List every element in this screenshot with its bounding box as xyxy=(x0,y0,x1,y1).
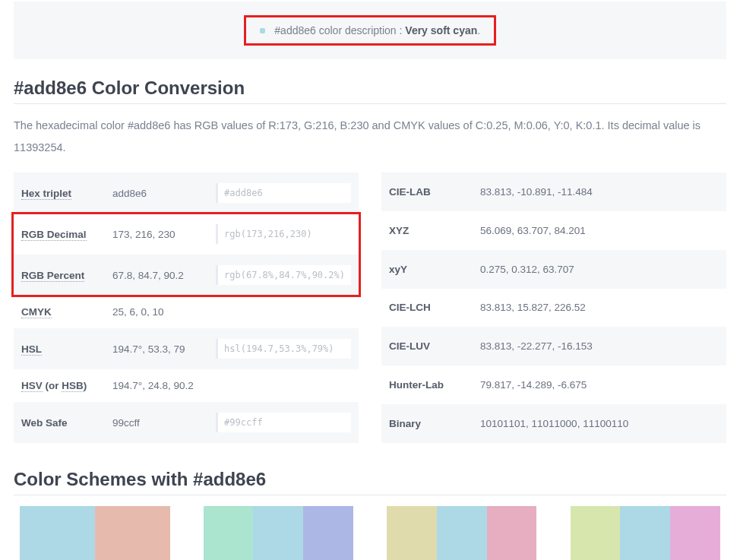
table-row: HSL194.7°, 53.3, 79hsl(194.7,53.3%,79%) xyxy=(14,328,359,369)
desc-suffix: . xyxy=(477,24,480,36)
conversion-intro: The hexadecimal color #add8e6 has RGB va… xyxy=(14,115,726,159)
row-code[interactable]: hsl(194.7,53.3%,79%) xyxy=(208,328,359,369)
row-value: 83.813, -10.891, -11.484 xyxy=(473,172,726,211)
color-schemes: Complementary ColorAnalogous ColorSplit … xyxy=(14,506,726,560)
row-value: 83.813, 15.827, 226.52 xyxy=(473,289,726,327)
row-label: RGB Decimal xyxy=(14,214,105,255)
table-row: Web Safe99ccff#99ccff xyxy=(14,402,359,443)
desc-prefix: #add8e6 color description : xyxy=(274,24,405,36)
conversion-heading: #add8e6 Color Conversion xyxy=(14,78,726,104)
swatch-row xyxy=(204,506,354,560)
conversion-table-right: CIE-LAB83.813, -10.891, -11.484XYZ56.069… xyxy=(381,172,726,443)
swatch-row xyxy=(20,506,170,560)
desc-color-name: Very soft cyan xyxy=(405,24,477,36)
table-row: CIE-LCH83.813, 15.827, 226.52 xyxy=(381,289,726,327)
row-label: Hex triplet xyxy=(14,172,105,214)
color-description-banner: #add8e6 color description : Very soft cy… xyxy=(14,2,726,59)
row-value: 99ccff xyxy=(105,402,208,443)
color-bullet-icon xyxy=(260,28,265,33)
table-row: Hex tripletadd8e6#add8e6 xyxy=(14,172,359,214)
color-description-text: #add8e6 color description : Very soft cy… xyxy=(274,24,480,36)
swatch-row xyxy=(387,506,537,560)
swatch-row xyxy=(571,506,721,560)
row-label: Hunter-Lab xyxy=(381,365,473,404)
color-swatch[interactable] xyxy=(670,506,720,560)
row-code[interactable]: rgb(67.8%,84.7%,90.2%) xyxy=(208,255,359,296)
row-value: 10101101, 11011000, 11100110 xyxy=(473,404,726,443)
row-label: CMYK xyxy=(14,296,105,328)
table-row: xyY0.275, 0.312, 63.707 xyxy=(381,250,726,289)
row-code[interactable]: #add8e6 xyxy=(208,172,359,214)
row-label: Binary xyxy=(381,404,473,443)
row-label: CIE-LAB xyxy=(381,172,473,211)
table-row: XYZ56.069, 63.707, 84.201 xyxy=(381,211,726,250)
color-swatch[interactable] xyxy=(20,506,95,560)
conversion-table-left: Hex tripletadd8e6#add8e6RGB Decimal173, … xyxy=(14,172,359,443)
row-label: XYZ xyxy=(381,211,473,250)
row-code[interactable] xyxy=(208,296,359,328)
row-label: Web Safe xyxy=(14,402,105,443)
row-label: RGB Percent xyxy=(14,255,105,296)
conversion-tables: Hex tripletadd8e6#add8e6RGB Decimal173, … xyxy=(14,172,726,443)
row-value: 83.813, -22.277, -16.153 xyxy=(473,327,726,365)
color-scheme: Triadic Color xyxy=(564,506,727,560)
color-scheme: Split Complementary Color xyxy=(381,506,543,560)
table-row: CMYK25, 6, 0, 10 xyxy=(14,296,359,328)
row-value: 173, 216, 230 xyxy=(105,214,208,255)
row-value: 79.817, -14.289, -6.675 xyxy=(473,365,726,404)
row-label: HSL xyxy=(14,328,105,369)
row-value: 194.7°, 53.3, 79 xyxy=(105,328,208,369)
row-value: add8e6 xyxy=(105,172,208,214)
color-swatch[interactable] xyxy=(437,506,487,560)
row-code[interactable] xyxy=(208,369,359,402)
row-code[interactable]: #99ccff xyxy=(208,402,359,443)
row-label: HSV (or HSB) xyxy=(14,369,105,402)
row-value: 194.7°, 24.8, 90.2 xyxy=(105,369,208,402)
color-scheme: Complementary Color xyxy=(14,506,176,560)
row-label: CIE-LUV xyxy=(381,327,473,365)
table-row: RGB Percent67.8, 84.7, 90.2rgb(67.8%,84.… xyxy=(14,255,359,296)
table-row: Hunter-Lab79.817, -14.289, -6.675 xyxy=(381,365,726,404)
color-description-highlight: #add8e6 color description : Very soft cy… xyxy=(244,15,496,46)
color-swatch[interactable] xyxy=(253,506,303,560)
color-swatch[interactable] xyxy=(204,506,254,560)
table-row: CIE-LAB83.813, -10.891, -11.484 xyxy=(381,172,726,211)
row-code[interactable]: rgb(173,216,230) xyxy=(208,214,359,255)
color-swatch[interactable] xyxy=(303,506,353,560)
color-swatch[interactable] xyxy=(620,506,670,560)
table-row: Binary10101101, 11011000, 11100110 xyxy=(381,404,726,443)
table-row: CIE-LUV83.813, -22.277, -16.153 xyxy=(381,327,726,365)
color-swatch[interactable] xyxy=(387,506,437,560)
color-scheme: Analogous Color xyxy=(198,506,360,560)
row-value: 25, 6, 0, 10 xyxy=(105,296,208,328)
row-value: 56.069, 63.707, 84.201 xyxy=(473,211,726,250)
color-swatch[interactable] xyxy=(95,506,170,560)
schemes-heading: Color Schemes with #add8e6 xyxy=(14,469,726,495)
color-swatch[interactable] xyxy=(571,506,621,560)
row-value: 67.8, 84.7, 90.2 xyxy=(105,255,208,296)
row-value: 0.275, 0.312, 63.707 xyxy=(473,250,726,289)
table-row: HSV (or HSB)194.7°, 24.8, 90.2 xyxy=(14,369,359,402)
table-row: RGB Decimal173, 216, 230rgb(173,216,230) xyxy=(14,214,359,255)
row-label: xyY xyxy=(381,250,473,289)
color-swatch[interactable] xyxy=(487,506,537,560)
row-label: CIE-LCH xyxy=(381,289,473,327)
